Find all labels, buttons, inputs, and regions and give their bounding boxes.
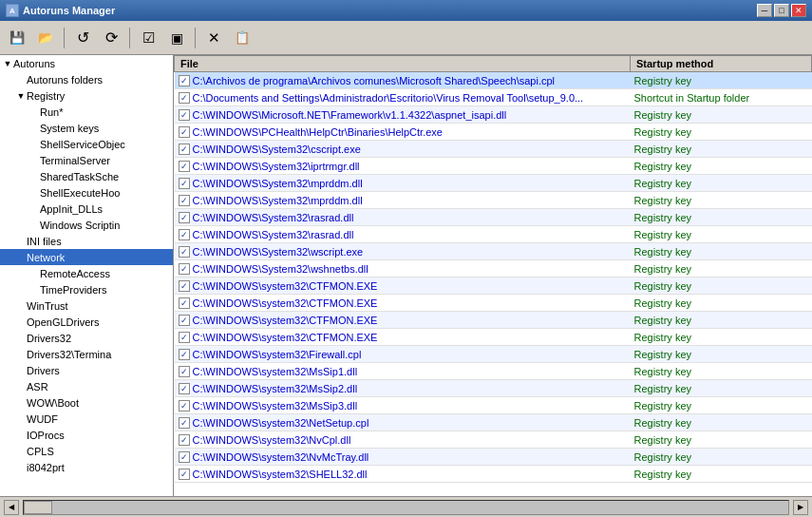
row-checkbox[interactable]: [179, 366, 190, 377]
table-row[interactable]: C:\WINDOWS\system32\NvCpl.dllRegistry ke…: [175, 431, 812, 449]
tree-item-i8042prt[interactable]: i8042prt: [0, 459, 173, 475]
horizontal-scrollbar[interactable]: [23, 500, 789, 515]
table-row[interactable]: C:\Documents and Settings\Administrador\…: [175, 89, 812, 106]
tree-item-drivers32[interactable]: Drivers32: [0, 330, 173, 346]
tree-item-terminal-server[interactable]: TerminalServer: [0, 152, 173, 168]
row-checkbox[interactable]: [179, 400, 190, 412]
method-cell: Registry key: [631, 397, 812, 414]
tree-item-drivers32-term[interactable]: Drivers32\Termina: [0, 346, 173, 362]
row-checkbox[interactable]: [179, 332, 190, 343]
row-checkbox[interactable]: [179, 434, 190, 446]
table-row[interactable]: C:\WINDOWS\system32\CTFMON.EXERegistry k…: [175, 278, 812, 295]
row-checkbox[interactable]: [179, 246, 190, 258]
tree-item-system-keys[interactable]: System keys: [0, 120, 173, 136]
table-row[interactable]: C:\WINDOWS\system32\MsSip3.dllRegistry k…: [175, 397, 812, 414]
table-row[interactable]: C:\Archivos de programa\Archivos comunes…: [175, 72, 812, 89]
row-checkbox[interactable]: [179, 92, 190, 104]
table-row[interactable]: C:\WINDOWS\system32\Firewall.cplRegistry…: [175, 346, 812, 363]
table-row[interactable]: C:\WINDOWS\system32\NvMcTray.dllRegistry…: [175, 449, 812, 466]
table-row[interactable]: C:\WINDOWS\system32\MsSip1.dllRegistry k…: [175, 363, 812, 380]
row-checkbox[interactable]: [179, 349, 190, 360]
tree-item-cpls[interactable]: CPLS: [0, 443, 173, 459]
row-checkbox[interactable]: [179, 383, 190, 394]
tree-item-wintrust[interactable]: WinTrust: [0, 297, 173, 314]
delete-button[interactable]: ✕: [200, 26, 227, 50]
row-checkbox[interactable]: [179, 263, 190, 275]
file-cell: C:\WINDOWS\system32\CTFMON.EXE: [175, 329, 631, 346]
row-checkbox[interactable]: [179, 161, 190, 172]
row-checkbox[interactable]: [179, 144, 190, 155]
close-button[interactable]: ✕: [791, 4, 806, 17]
tree-item-wow-boot[interactable]: WOW\Boot: [0, 394, 173, 411]
file-path: C:\WINDOWS\System32\wscript.exe: [193, 246, 364, 258]
row-checkbox[interactable]: [179, 417, 190, 429]
tree-item-asr[interactable]: ASR: [0, 378, 173, 394]
row-checkbox[interactable]: [179, 297, 190, 309]
tree-item-registry[interactable]: ▼Registry: [0, 87, 173, 104]
tree-item-shared-task[interactable]: SharedTaskSche: [0, 168, 173, 184]
tree-item-wudf[interactable]: WUDF: [0, 411, 173, 427]
copy-button[interactable]: 📋: [229, 26, 255, 50]
scroll-left-arrow[interactable]: ◀: [4, 500, 19, 515]
tree-item-shell-service[interactable]: ShellServiceObjec: [0, 136, 173, 152]
table-row[interactable]: C:\WINDOWS\System32\wscript.exeRegistry …: [175, 243, 812, 260]
row-checkbox[interactable]: [179, 178, 190, 189]
tree-item-autoruns[interactable]: ▼Autoruns: [0, 55, 173, 71]
file-cell: C:\WINDOWS\system32\MsSip3.dll: [175, 397, 631, 414]
save-button[interactable]: 💾: [4, 26, 30, 50]
tree-item-time-providers[interactable]: TimeProviders: [0, 281, 173, 297]
row-checkbox[interactable]: [179, 109, 190, 121]
row-checkbox[interactable]: [179, 280, 190, 292]
tree-label: WUDF: [27, 413, 173, 425]
view-button[interactable]: ▣: [163, 26, 190, 50]
refresh-button[interactable]: ↺: [69, 26, 96, 50]
scroll-right-arrow[interactable]: ▶: [793, 500, 808, 515]
row-checkbox[interactable]: [179, 315, 190, 326]
row-checkbox[interactable]: [179, 75, 190, 86]
file-path: C:\WINDOWS\system32\MsSip3.dll: [193, 400, 358, 412]
row-checkbox[interactable]: [179, 195, 190, 206]
tree-item-appinit[interactable]: AppInit_DLLs: [0, 201, 173, 217]
maximize-button[interactable]: □: [774, 4, 789, 17]
table-row[interactable]: C:\WINDOWS\System32\rasrad.dllRegistry k…: [175, 209, 812, 226]
tree-item-drivers[interactable]: Drivers: [0, 362, 173, 378]
table-panel: File Startup method C:\Archivos de progr…: [174, 55, 812, 496]
table-row[interactable]: C:\WINDOWS\system32\CTFMON.EXERegistry k…: [175, 295, 812, 312]
table-row[interactable]: C:\WINDOWS\System32\mprddm.dllRegistry k…: [175, 175, 812, 192]
table-row[interactable]: C:\WINDOWS\system32\CTFMON.EXERegistry k…: [175, 312, 812, 329]
table-row[interactable]: C:\WINDOWS\System32\iprtrmgr.dllRegistry…: [175, 158, 812, 175]
file-cell: C:\WINDOWS\System32\mprddm.dll: [175, 175, 631, 192]
toolbar-sep-1: [64, 28, 65, 48]
open-button[interactable]: 📂: [32, 26, 59, 50]
tree-item-autoruns-folders[interactable]: Autoruns folders: [0, 71, 173, 87]
row-checkbox[interactable]: [179, 229, 190, 240]
tree-item-run-star[interactable]: Run*: [0, 104, 173, 120]
table-row[interactable]: C:\WINDOWS\system32\NetSetup.cplRegistry…: [175, 414, 812, 431]
table-row[interactable]: C:\WINDOWS\system32\CTFMON.EXERegistry k…: [175, 329, 812, 346]
row-checkbox[interactable]: [179, 469, 190, 480]
row-checkbox[interactable]: [179, 126, 190, 138]
tree-item-opengl[interactable]: OpenGLDrivers: [0, 314, 173, 330]
table-row[interactable]: C:\WINDOWS\system32\MsSip2.dllRegistry k…: [175, 380, 812, 397]
tree-item-remote-access[interactable]: RemoteAccess: [0, 265, 173, 281]
tree-item-shell-execute[interactable]: ShellExecuteHoo: [0, 184, 173, 201]
table-row[interactable]: C:\WINDOWS\System32\cscript.exeRegistry …: [175, 141, 812, 158]
tree-item-network[interactable]: Network: [0, 249, 173, 265]
tree-label: TerminalServer: [40, 155, 173, 166]
tree-item-ini-files[interactable]: INI files: [0, 233, 173, 249]
table-row[interactable]: C:\WINDOWS\Microsoft.NET\Framework\v1.1.…: [175, 106, 812, 124]
tree-item-ioprocs[interactable]: IOProcs: [0, 427, 173, 443]
table-row[interactable]: C:\WINDOWS\system32\SHELL32.dllRegistry …: [175, 466, 812, 483]
table-row[interactable]: C:\WINDOWS\PCHealth\HelpCtr\Binaries\Hel…: [175, 124, 812, 141]
row-checkbox[interactable]: [179, 451, 190, 463]
file-cell: C:\WINDOWS\System32\wscript.exe: [175, 243, 631, 260]
table-row[interactable]: C:\WINDOWS\System32\mprddm.dllRegistry k…: [175, 192, 812, 209]
file-cell: C:\WINDOWS\System32\rasrad.dll: [175, 226, 631, 243]
row-checkbox[interactable]: [179, 212, 190, 223]
table-row[interactable]: C:\WINDOWS\System32\wshnetbs.dllRegistry…: [175, 260, 812, 278]
minimize-button[interactable]: ─: [757, 4, 772, 17]
check-button[interactable]: ☑: [135, 26, 161, 50]
refresh-all-button[interactable]: ⟳: [98, 26, 124, 50]
table-row[interactable]: C:\WINDOWS\System32\rasrad.dllRegistry k…: [175, 226, 812, 243]
tree-item-windows-scripting[interactable]: Windows Scriptin: [0, 217, 173, 233]
